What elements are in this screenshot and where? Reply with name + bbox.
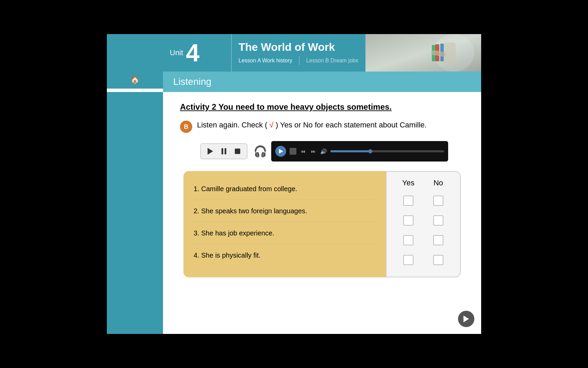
audio-stop-button[interactable]	[290, 148, 296, 155]
left-sidebar	[107, 92, 163, 334]
unit-number: 4	[186, 41, 199, 65]
statement-4-text: She is physically fit.	[201, 251, 261, 259]
check-symbol: √	[270, 121, 274, 129]
statement-1-number: 1.	[194, 185, 201, 193]
pause-icon	[222, 148, 226, 154]
listening-bar: Listening	[163, 72, 481, 92]
statement-4: 4. She is physically fit.	[194, 244, 376, 266]
statement-2: 2. She speaks two foreign languages.	[194, 200, 376, 222]
next-arrow-icon	[463, 316, 469, 322]
playback-buttons	[200, 143, 247, 159]
skip-back-button[interactable]: ⏮	[300, 148, 307, 155]
play-icon	[208, 148, 213, 155]
play-button[interactable]	[206, 147, 215, 156]
audio-play-button[interactable]	[275, 146, 286, 157]
statement-2-text: She speaks two foreign languages.	[201, 207, 307, 215]
home-icon-container[interactable]: 🏠	[107, 72, 163, 89]
sub-header-row: 🏠 Listening	[107, 72, 481, 92]
stop-icon	[235, 149, 240, 154]
progress-dot	[368, 149, 372, 153]
skip-forward-button[interactable]: ⏭	[310, 148, 317, 155]
world-of-work-title: The World of Work	[239, 41, 359, 53]
yes-checkbox-2[interactable]	[403, 215, 413, 226]
listening-label: Listening	[173, 76, 211, 87]
statement-2-number: 2.	[194, 207, 201, 215]
pause-button[interactable]	[219, 147, 229, 156]
progress-bar-fill	[330, 150, 370, 152]
no-checkbox-4[interactable]	[433, 255, 443, 265]
yes-no-box: Yes No	[386, 171, 461, 277]
instruction-row: B Listen again. Check ( √ ) Yes or No fo…	[180, 120, 464, 133]
yn-row-1	[387, 191, 460, 211]
no-checkbox-1[interactable]	[433, 196, 443, 206]
statement-3-number: 3.	[194, 229, 201, 237]
yes-checkbox-1[interactable]	[403, 196, 413, 206]
no-checkbox-3[interactable]	[433, 235, 443, 245]
yes-checkbox-4[interactable]	[403, 255, 413, 265]
no-column-header: No	[428, 179, 448, 187]
yes-checkbox-3[interactable]	[403, 235, 413, 245]
left-strip-header	[107, 34, 163, 72]
headphone-icon: 🎧	[254, 145, 267, 158]
audio-controls-row: 🎧 ⏮ ⏭ 🔊	[180, 141, 464, 162]
instruction-text-rest: ) Yes or No for each statement about Cam…	[274, 121, 427, 129]
main-content: Activity 2 You need to move heavy object…	[163, 92, 481, 334]
yn-row-4	[387, 250, 460, 270]
next-button[interactable]	[458, 311, 474, 327]
lesson-a-nav[interactable]: Lesson A Work history	[239, 56, 299, 65]
yes-no-header: Yes No	[387, 179, 460, 187]
yn-row-3	[387, 230, 460, 250]
statement-3: 3. She has job experience.	[194, 222, 376, 244]
progress-bar[interactable]	[330, 150, 444, 152]
yes-column-header: Yes	[398, 179, 419, 187]
b-badge: B	[180, 121, 192, 133]
no-checkbox-2[interactable]	[433, 215, 443, 226]
title-block: The World of Work Lesson A Work history …	[231, 34, 365, 72]
unit-label: Unit	[170, 48, 183, 57]
statement-3-text: She has job experience.	[201, 229, 274, 237]
home-icon[interactable]: 🏠	[130, 76, 140, 85]
yes-no-rows	[387, 191, 460, 270]
instruction-text-main: Listen again. Check (	[197, 121, 270, 129]
instruction-text: Listen again. Check ( √ ) Yes or No for …	[197, 120, 427, 131]
lesson-b-nav[interactable]: Lesson B Dream jobs	[306, 58, 358, 64]
lessons-nav: Lesson A Work history Lesson B Dream job…	[239, 56, 359, 65]
statements-box: 1. Camille graduated from college. 2. Sh…	[183, 171, 386, 277]
volume-icon[interactable]: 🔊	[320, 148, 327, 155]
yn-row-2	[387, 211, 460, 230]
statement-1-text: Camille graduated from college.	[201, 185, 297, 193]
activity-title: Activity 2 You need to move heavy object…	[180, 102, 464, 112]
svg-rect-2	[444, 43, 456, 63]
activity-table: 1. Camille graduated from college. 2. Sh…	[183, 171, 461, 277]
statement-4-number: 4.	[194, 251, 201, 259]
unit-block: Unit 4	[163, 34, 231, 72]
audio-player-bar: ⏮ ⏭ 🔊	[271, 141, 448, 162]
header-image	[365, 34, 481, 72]
statement-1: 1. Camille graduated from college.	[194, 178, 376, 200]
stop-button[interactable]	[233, 147, 242, 156]
